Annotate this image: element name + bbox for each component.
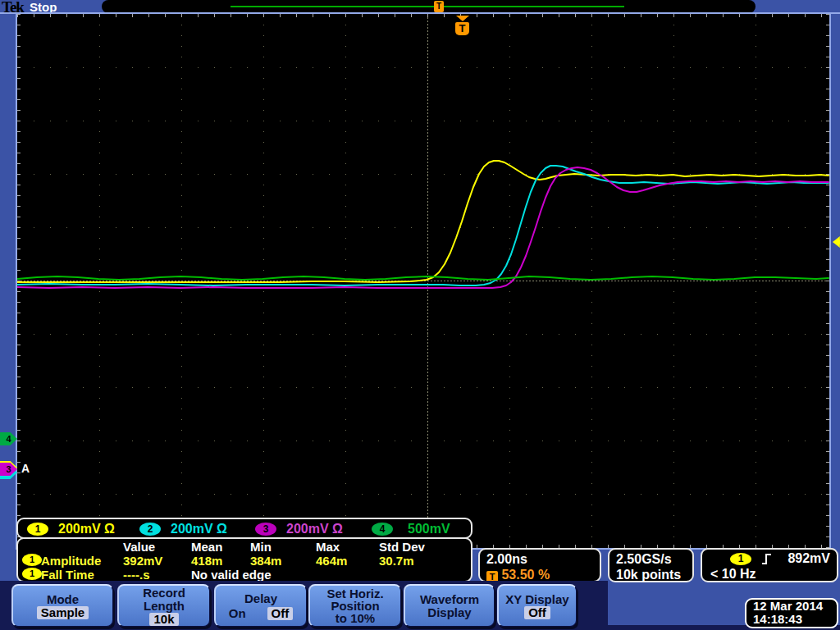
- meas2-ch-badge: 1: [22, 568, 42, 580]
- graticule-and-traces: [17, 14, 829, 548]
- meas1-mean: 418m: [191, 554, 222, 568]
- meas1-std: 30.7m: [379, 554, 414, 568]
- xy-display-value: Off: [524, 606, 550, 619]
- set-horiz-label-1: Set Horiz.: [326, 587, 383, 600]
- channel-scale-bar: 1 200mV Ω 2 200mV Ω 3 200mV Ω 4 500mV: [16, 518, 472, 539]
- trigger-readout: 1 892mV < 10 Hz: [701, 548, 838, 582]
- meas-header-max: Max: [316, 540, 340, 554]
- record-length-label-1: Record: [143, 587, 185, 600]
- xy-display-button[interactable]: XY Display Off: [497, 584, 577, 627]
- mode-button[interactable]: Mode Sample: [11, 584, 113, 627]
- meas1-name: Amplitude: [41, 554, 101, 568]
- meas-header-mean: Mean: [191, 540, 222, 554]
- trigger-level: 892mV: [788, 551, 830, 566]
- record-length-value: 10k: [149, 613, 178, 626]
- ch3-badge[interactable]: 3: [255, 523, 276, 536]
- ch4-ground-marker[interactable]: 4: [0, 432, 17, 445]
- ch2-badge[interactable]: 2: [139, 523, 161, 536]
- ch1-scale-label: 200mV Ω: [58, 522, 115, 536]
- sample-rate: 2.50GS/s: [616, 551, 686, 567]
- xy-display-label: XY Display: [505, 593, 568, 606]
- date-label: 12 Mar 2014: [753, 600, 837, 613]
- set-horizontal-position-button[interactable]: Set Horiz. Position to 10%: [308, 584, 401, 627]
- ch4-scale-label: 500mV: [408, 522, 450, 536]
- trigger-t-icon: T: [455, 22, 469, 35]
- waveform-display-button[interactable]: Waveform Display: [404, 584, 495, 627]
- trigger-position-marker[interactable]: T: [455, 16, 470, 35]
- meas1-value: 392mV: [123, 554, 162, 568]
- date-time-box: 12 Mar 2014 14:18:43: [745, 598, 838, 628]
- meas2-status: No valid edge: [191, 568, 272, 582]
- horizontal-readout: 2.00ns T 53.50 %: [478, 548, 601, 582]
- trigger-position-percent: 53.50 %: [501, 568, 550, 582]
- waveform-display-label-2: Display: [427, 606, 471, 619]
- horizontal-scale: 2.00ns: [486, 551, 593, 567]
- acquisition-readout: 2.50GS/s 10k points: [608, 548, 694, 582]
- waveform-display-label-1: Waveform: [420, 593, 479, 606]
- ch1-badge[interactable]: 1: [27, 523, 48, 536]
- meas-header-std: Std Dev: [379, 540, 425, 554]
- record-waveform-line: [231, 6, 624, 7]
- record-trigger-position-icon[interactable]: T: [434, 1, 444, 12]
- delay-label: Delay: [244, 592, 277, 605]
- meas1-min: 384m: [250, 554, 281, 568]
- record-length: 10k points: [616, 567, 686, 582]
- measurement-readout: Value Mean Min Max Std Dev 1 Amplitude 3…: [16, 537, 472, 582]
- rising-edge-icon: [761, 553, 772, 565]
- mode-value: Sample: [37, 606, 89, 619]
- ch4-badge[interactable]: 4: [372, 523, 393, 536]
- meas2-name: Fall Time: [41, 568, 94, 582]
- delay-off-option[interactable]: Off: [267, 607, 294, 620]
- waveform-display: T: [16, 12, 831, 550]
- meas-header-value: Value: [123, 540, 155, 554]
- record-length-label-2: Length: [144, 600, 185, 613]
- time-label: 14:18:43: [753, 613, 837, 626]
- record-length-button[interactable]: Record Length 10k: [117, 584, 210, 627]
- trigger-source-badge: 1: [730, 553, 751, 565]
- trigger-level-arrow-icon[interactable]: [833, 236, 840, 248]
- trigger-position-triangle-icon: [456, 16, 469, 21]
- meas1-max: 464m: [316, 554, 347, 568]
- mode-label: Mode: [47, 593, 79, 606]
- meas2-value: ----.s: [123, 568, 150, 582]
- delay-button[interactable]: Delay On Off: [214, 584, 307, 627]
- set-horiz-label-3: to 10%: [336, 612, 375, 624]
- meas-header-min: Min: [250, 540, 272, 554]
- meas1-ch-badge: 1: [22, 554, 42, 566]
- delay-on-option[interactable]: On: [229, 607, 246, 620]
- ch2-scale-label: 200mV Ω: [171, 522, 227, 536]
- set-horiz-label-2: Position: [331, 600, 379, 612]
- record-view-bar: T: [102, 0, 756, 13]
- marker-a-label: A: [21, 462, 30, 475]
- ch3-scale-label: 200mV Ω: [286, 522, 343, 536]
- trigger-coupling: < 10 Hz: [710, 567, 756, 582]
